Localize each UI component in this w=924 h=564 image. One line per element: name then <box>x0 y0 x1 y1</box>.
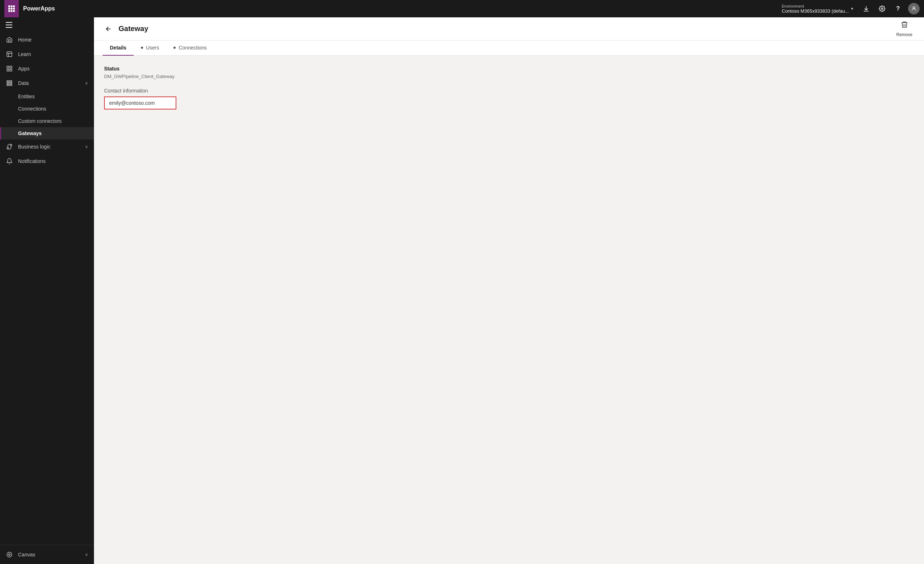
canvas-chevron-icon: ∨ <box>85 552 88 557</box>
contact-section: Contact information <box>104 88 914 110</box>
business-logic-expand-icon: ∨ <box>85 144 88 149</box>
svg-rect-20 <box>7 83 12 84</box>
sidebar-item-business-logic-label: Business logic <box>18 144 80 150</box>
svg-point-9 <box>881 8 883 10</box>
svg-rect-3 <box>8 8 10 10</box>
environment-label: Environment <box>782 4 849 8</box>
topbar: PowerApps Environment Contoso M365x93383… <box>0 0 924 17</box>
sidebar-item-home-label: Home <box>18 37 88 43</box>
environment-chevron-icon: ▾ <box>851 6 853 11</box>
page-title: Gateway <box>118 25 148 33</box>
home-icon <box>6 36 13 44</box>
sidebar-item-connections[interactable]: Connections <box>0 103 94 115</box>
data-icon <box>6 80 13 87</box>
topbar-icons: ? <box>859 2 920 16</box>
sidebar-item-entities-label: Entities <box>18 94 35 99</box>
svg-rect-12 <box>6 25 12 25</box>
sidebar-item-business-logic[interactable]: Business logic ∨ <box>0 140 94 154</box>
sidebar-item-data[interactable]: Data ∧ <box>0 76 94 90</box>
tabs-bar: Details Users Connections <box>94 40 924 56</box>
svg-rect-7 <box>11 10 13 12</box>
tab-details[interactable]: Details <box>103 40 134 56</box>
sidebar-item-apps[interactable]: Apps <box>0 62 94 76</box>
sidebar-item-notifications[interactable]: Notifications <box>0 154 94 168</box>
back-button[interactable] <box>103 23 114 34</box>
learn-icon <box>6 51 13 58</box>
remove-button[interactable]: Remove <box>893 19 915 39</box>
sidebar-item-data-label: Data <box>18 80 80 86</box>
status-value: DM_GWPipeline_Client_Gateway <box>104 74 914 79</box>
download-icon[interactable] <box>859 2 873 16</box>
sidebar-item-entities[interactable]: Entities <box>0 90 94 103</box>
tab-details-label: Details <box>110 45 126 51</box>
svg-rect-14 <box>7 52 12 57</box>
sidebar-item-custom-connectors-label: Custom connectors <box>18 118 62 124</box>
user-avatar[interactable] <box>908 3 920 15</box>
svg-rect-15 <box>7 66 9 68</box>
notifications-icon <box>6 158 13 165</box>
content-area: Gateway Remove Details Users <box>94 17 924 564</box>
sidebar-item-gateways-label: Gateways <box>18 130 42 136</box>
sidebar-bottom: Canvas ∨ <box>0 545 94 564</box>
waffle-button[interactable] <box>4 0 19 17</box>
tab-dot-users <box>141 46 143 49</box>
svg-rect-19 <box>7 81 12 82</box>
page-header-left: Gateway <box>103 23 148 34</box>
sidebar-item-home[interactable]: Home <box>0 33 94 47</box>
tab-dot-connections <box>174 46 176 49</box>
help-icon[interactable]: ? <box>891 2 905 16</box>
svg-rect-21 <box>7 84 12 86</box>
sidebar: Home Learn Apps <box>0 17 94 564</box>
svg-rect-8 <box>13 10 15 12</box>
remove-label: Remove <box>896 32 912 37</box>
sidebar-item-learn[interactable]: Learn <box>0 47 94 62</box>
svg-point-25 <box>9 554 10 556</box>
svg-point-22 <box>7 147 9 149</box>
svg-point-10 <box>913 7 915 9</box>
tab-users[interactable]: Users <box>134 40 166 56</box>
svg-rect-6 <box>8 10 10 12</box>
environment-value: Contoso M365x933833 (defau... <box>782 8 849 14</box>
svg-rect-18 <box>10 69 12 71</box>
status-label: Status <box>104 66 914 72</box>
svg-rect-16 <box>10 66 12 68</box>
sidebar-item-gateways[interactable]: Gateways <box>0 127 94 140</box>
sidebar-item-canvas[interactable]: Canvas ∨ <box>0 548 94 562</box>
sidebar-item-apps-label: Apps <box>18 66 88 72</box>
apps-icon <box>6 65 13 72</box>
tab-connections-label: Connections <box>178 45 207 51</box>
main-layout: Home Learn Apps <box>0 17 924 564</box>
sidebar-item-custom-connectors[interactable]: Custom connectors <box>0 115 94 127</box>
sidebar-canvas-label: Canvas <box>18 552 80 558</box>
tab-users-label: Users <box>146 45 159 51</box>
settings-icon[interactable] <box>875 2 889 16</box>
svg-point-24 <box>7 552 12 557</box>
sidebar-item-notifications-label: Notifications <box>18 158 88 164</box>
svg-point-23 <box>10 144 12 146</box>
svg-rect-13 <box>6 27 12 28</box>
svg-rect-5 <box>13 8 15 10</box>
sidebar-item-connections-label: Connections <box>18 106 46 112</box>
svg-rect-0 <box>8 5 10 7</box>
hamburger-button[interactable] <box>0 17 94 33</box>
business-logic-icon <box>6 143 13 150</box>
data-expand-icon: ∧ <box>85 81 88 86</box>
svg-rect-4 <box>11 8 13 10</box>
tab-connections[interactable]: Connections <box>166 40 214 56</box>
svg-rect-11 <box>6 22 12 23</box>
page-header: Gateway Remove <box>94 17 924 40</box>
environment-selector[interactable]: Environment Contoso M365x933833 (defau..… <box>782 4 853 14</box>
svg-rect-17 <box>7 69 9 71</box>
contact-label: Contact information <box>104 88 914 94</box>
svg-rect-2 <box>13 5 15 7</box>
contact-email-input[interactable] <box>104 96 176 110</box>
page-body: Status DM_GWPipeline_Client_Gateway Cont… <box>94 56 924 564</box>
trash-icon <box>900 21 909 31</box>
app-name: PowerApps <box>22 5 55 12</box>
sidebar-item-learn-label: Learn <box>18 51 88 57</box>
canvas-icon <box>6 551 13 558</box>
svg-rect-1 <box>11 5 13 7</box>
